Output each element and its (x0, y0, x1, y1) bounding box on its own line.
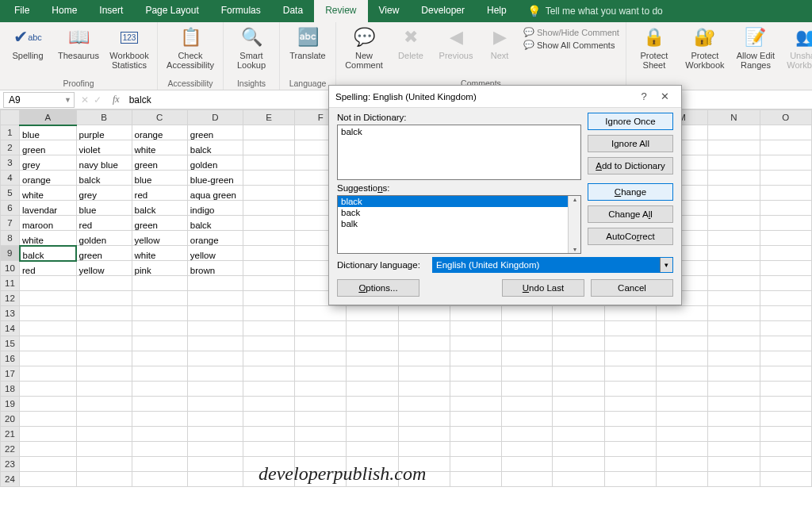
cell[interactable]: blue (20, 125, 77, 140)
cell[interactable] (243, 186, 294, 201)
cell[interactable] (656, 321, 708, 336)
cell[interactable] (604, 306, 656, 321)
cell[interactable] (501, 457, 553, 472)
cell[interactable]: blue (76, 201, 132, 216)
cell[interactable]: golden (76, 231, 132, 246)
cell[interactable] (656, 366, 708, 382)
cell[interactable] (760, 155, 812, 171)
cell[interactable] (708, 336, 760, 351)
cell[interactable] (398, 366, 450, 382)
cell[interactable] (760, 412, 812, 427)
cell[interactable] (347, 366, 398, 382)
cell[interactable]: green (132, 216, 187, 231)
column-header[interactable]: O (760, 110, 812, 125)
cell[interactable] (20, 472, 77, 487)
cell[interactable] (604, 442, 656, 457)
cell[interactable]: maroon (20, 216, 77, 231)
cell[interactable] (132, 366, 187, 382)
cell[interactable] (760, 442, 812, 457)
cell[interactable] (295, 442, 347, 457)
cell[interactable] (450, 472, 502, 487)
cell[interactable] (708, 457, 760, 472)
cell[interactable] (243, 427, 294, 442)
cell[interactable] (501, 366, 553, 382)
cell[interactable] (76, 291, 132, 306)
row-header[interactable]: 3 (1, 155, 20, 171)
unshare-workbook-button[interactable]: 👥Unshare Workbook (785, 25, 812, 70)
row-header[interactable]: 12 (1, 291, 20, 306)
cell[interactable] (760, 276, 812, 291)
cancel-button[interactable]: Cancel (591, 279, 673, 297)
cell[interactable] (243, 171, 294, 186)
cell[interactable] (20, 397, 77, 412)
cell[interactable] (76, 427, 132, 442)
cell[interactable] (243, 201, 294, 216)
cell[interactable] (76, 382, 132, 397)
cell[interactable] (604, 382, 656, 397)
cell[interactable] (553, 366, 604, 382)
cell[interactable]: lavendar (20, 201, 77, 216)
cell[interactable] (347, 397, 398, 412)
cell[interactable]: balck (132, 201, 187, 216)
cell[interactable] (553, 427, 604, 442)
cell[interactable] (708, 246, 760, 261)
cell[interactable] (708, 276, 760, 291)
cell[interactable] (553, 397, 604, 412)
cell[interactable] (347, 306, 398, 321)
cell[interactable]: balck (76, 171, 132, 186)
cell[interactable] (243, 216, 294, 231)
cell[interactable]: purple (76, 125, 132, 140)
cell[interactable] (708, 397, 760, 412)
cell[interactable] (132, 351, 187, 366)
cell[interactable] (187, 382, 243, 397)
formula-content[interactable]: balck (126, 94, 151, 105)
cell[interactable] (450, 336, 502, 351)
cell[interactable] (708, 442, 760, 457)
ignore-all-button[interactable]: Ignore All (588, 135, 673, 152)
cell[interactable] (501, 351, 553, 366)
cell[interactable] (604, 412, 656, 427)
cell[interactable] (76, 472, 132, 487)
row-header[interactable]: 22 (1, 442, 20, 457)
cell[interactable] (708, 140, 760, 155)
cell[interactable] (132, 427, 187, 442)
cell[interactable] (656, 306, 708, 321)
cell[interactable]: balck (187, 140, 243, 155)
row-header[interactable]: 20 (1, 412, 20, 427)
tab-page-layout[interactable]: Page Layout (134, 0, 209, 22)
cell[interactable] (398, 321, 450, 336)
cell[interactable] (187, 306, 243, 321)
cell[interactable]: brown (187, 261, 243, 276)
cell[interactable] (501, 336, 553, 351)
cell[interactable] (398, 382, 450, 397)
cell[interactable] (187, 336, 243, 351)
cell[interactable] (708, 382, 760, 397)
dictionary-language-combo[interactable]: English (United Kingdom) ▾ (432, 257, 673, 273)
cell[interactable] (398, 336, 450, 351)
cell[interactable] (760, 397, 812, 412)
cell[interactable] (187, 351, 243, 366)
cell[interactable]: white (20, 231, 77, 246)
tab-review[interactable]: Review (314, 0, 367, 22)
cell[interactable] (132, 321, 187, 336)
cell[interactable] (20, 427, 77, 442)
cell[interactable] (295, 427, 347, 442)
cell[interactable] (604, 336, 656, 351)
check-accessibility-button[interactable]: 📋Check Accessibility (164, 25, 216, 70)
cell[interactable] (20, 457, 77, 472)
cell[interactable] (501, 412, 553, 427)
cell[interactable] (187, 457, 243, 472)
cell[interactable] (347, 336, 398, 351)
cell[interactable] (708, 261, 760, 276)
cell[interactable] (76, 321, 132, 336)
cell[interactable]: green (187, 125, 243, 140)
cell[interactable] (656, 397, 708, 412)
cell[interactable] (553, 412, 604, 427)
cell[interactable]: white (132, 140, 187, 155)
cell[interactable] (347, 427, 398, 442)
cell[interactable] (450, 442, 502, 457)
cell[interactable] (501, 472, 553, 487)
cell[interactable]: green (76, 246, 132, 261)
undo-last-button[interactable]: Undo Last (502, 279, 584, 297)
cell[interactable]: indigo (187, 201, 243, 216)
